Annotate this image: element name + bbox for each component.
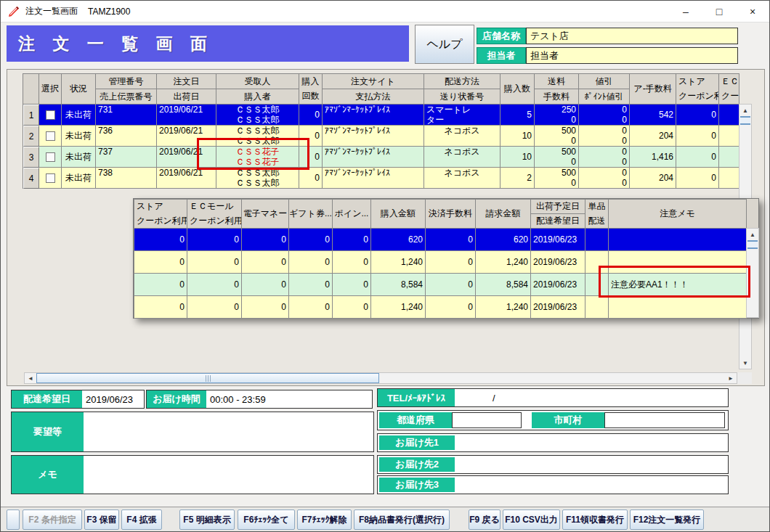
col-header-line: クーポン利用 bbox=[187, 214, 241, 229]
table-row[interactable]: 3未出荷7372019/06/21ＣＳＳ花子ＣＳＳ花子0ｱﾏｿﾞﾝﾏｰｹｯﾄﾌﾟ… bbox=[23, 147, 739, 168]
scroll-down-icon[interactable]: ▼ bbox=[739, 357, 751, 369]
fn-button-f4[interactable]: F4 拡張 bbox=[121, 510, 162, 530]
tel-mail-value[interactable]: / bbox=[455, 389, 728, 406]
row-checkbox[interactable] bbox=[46, 110, 55, 120]
cell-line: 1,416 bbox=[630, 152, 676, 162]
fn-button-f9[interactable]: F9 戻る bbox=[469, 510, 500, 530]
cell-line: 0 bbox=[187, 257, 241, 267]
annotation-recipient-highlight bbox=[197, 138, 309, 170]
delivery-time-value[interactable]: 00:00 - 23:59 bbox=[206, 390, 372, 408]
col-header-label: ア-手数料 bbox=[633, 83, 671, 95]
cell-ship_date: 2019/06/23 bbox=[531, 274, 585, 296]
cell-line: 0 bbox=[134, 234, 187, 245]
cell-line: 204 bbox=[630, 131, 676, 141]
cell-status: 未出荷 bbox=[62, 168, 96, 189]
address1-value[interactable] bbox=[455, 435, 726, 450]
horizontal-scroll-thumb[interactable] bbox=[36, 373, 379, 383]
cell-line: ター bbox=[424, 115, 500, 125]
row-checkbox[interactable] bbox=[46, 173, 55, 183]
table-row[interactable]: 4未出荷7382019/06/21ＣＳＳ太郎ＣＳＳ太郎0ｱﾏｿﾞﾝﾏｰｹｯﾄﾌﾟ… bbox=[23, 168, 739, 189]
row-checkbox[interactable] bbox=[46, 152, 55, 162]
cell-line: 0 bbox=[134, 302, 187, 312]
cell-settlement_fee: 0 bbox=[426, 251, 476, 274]
cell-point: 0 bbox=[333, 296, 371, 319]
fn-button-f12注文一覧発行[interactable]: F12注文一覧発行 bbox=[630, 510, 704, 530]
address2-value[interactable] bbox=[455, 457, 726, 472]
fn-button-f2[interactable]: F2 条件指定 bbox=[23, 510, 82, 530]
scroll-up-icon[interactable]: ▲ bbox=[739, 105, 751, 116]
delivery-time-label: お届け時間 bbox=[147, 390, 206, 408]
cell-ec_coupon: 0 bbox=[187, 229, 242, 251]
memo-value[interactable] bbox=[84, 456, 373, 494]
staff-value[interactable]: 担当者 bbox=[526, 47, 738, 64]
fn-button-f11領収書発行[interactable]: F11領収書発行 bbox=[562, 510, 628, 530]
cell-line: 0 bbox=[333, 302, 370, 312]
order-grid-horizontal-scrollbar[interactable]: ◄ ► bbox=[24, 372, 737, 384]
fn-button-f3[interactable]: F3 保留 bbox=[84, 510, 119, 530]
vertical-scroll-thumb[interactable] bbox=[747, 240, 758, 249]
city-value[interactable] bbox=[604, 412, 725, 428]
address3-value[interactable] bbox=[455, 478, 726, 492]
fn-button-f8納品書発行(選択行)[interactable]: F8納品書発行(選択行) bbox=[354, 510, 450, 530]
cell-billing_amount: 1,240 bbox=[476, 296, 531, 319]
cell-line: 0 bbox=[676, 173, 718, 183]
request-value[interactable] bbox=[84, 412, 373, 451]
cell-line: 0 bbox=[426, 302, 475, 312]
vertical-scroll-thumb[interactable] bbox=[740, 116, 750, 125]
cell-order_date: 2019/06/21 bbox=[157, 168, 216, 189]
store-name-value[interactable]: テスト店 bbox=[526, 28, 738, 44]
col-header-ec: ＥＣクー bbox=[719, 74, 739, 105]
scrollbar-corner bbox=[737, 372, 752, 384]
fn-button-f6ﾁｪｯｸ全て[interactable]: F6ﾁｪｯｸ全て bbox=[238, 510, 295, 530]
cell-line: 0 bbox=[535, 157, 578, 167]
cell-line bbox=[719, 110, 739, 120]
cell-line: 737 bbox=[96, 147, 156, 157]
prefecture-value[interactable] bbox=[452, 412, 522, 428]
row-checkbox[interactable] bbox=[46, 131, 55, 141]
table-row[interactable]: 2未出荷7362019/06/21ＣＳＳ太郎ＣＳＳ太郎0ｱﾏｿﾞﾝﾏｰｹｯﾄﾌﾟ… bbox=[23, 126, 739, 147]
cell-fee: 204 bbox=[630, 168, 676, 189]
cell-settlement_fee: 0 bbox=[426, 296, 476, 319]
cell-purchase_amount: 8,584 bbox=[371, 274, 426, 296]
city-label: 市町村 bbox=[532, 412, 604, 428]
table-row[interactable]: 1未出荷7312019/06/21ＣＳＳ太郎ＣＳＳ太郎0ｱﾏｿﾞﾝﾏｰｹｯﾄﾌﾟ… bbox=[23, 105, 739, 126]
help-button[interactable]: ヘルプ bbox=[415, 25, 474, 64]
cell-line bbox=[323, 157, 423, 167]
cell-postage: 5000 bbox=[535, 147, 579, 168]
delivery-date-value[interactable]: 2019/06/23 bbox=[82, 390, 144, 408]
cell-ship_date: 2019/06/23 bbox=[531, 296, 585, 319]
cell-purchase_amount: 1,240 bbox=[371, 251, 426, 274]
scroll-up-icon[interactable]: ▲ bbox=[747, 229, 758, 240]
col-header-label: 選択 bbox=[41, 83, 59, 95]
col-header-line: ＥＣ bbox=[719, 74, 739, 89]
scroll-left-icon[interactable]: ◄ bbox=[25, 373, 36, 383]
memo-label: メモ bbox=[12, 456, 84, 494]
cell-line bbox=[96, 115, 156, 125]
cell-single bbox=[585, 296, 609, 319]
cell-line: 10 bbox=[500, 131, 534, 141]
cell-line: 0 bbox=[187, 279, 241, 290]
table-row[interactable]: 0000062006202019/06/23 bbox=[134, 229, 747, 251]
col-header-label: 注意メモ bbox=[660, 208, 695, 220]
cell-line: 1,240 bbox=[476, 302, 530, 312]
col-header-gift: ギフト券... bbox=[289, 200, 333, 229]
cell-line: 0 bbox=[299, 110, 322, 120]
cell-single bbox=[585, 229, 609, 251]
col-header-point: ポイン... bbox=[333, 200, 371, 229]
col-header-memo: 注意メモ bbox=[609, 200, 747, 229]
minimize-button[interactable]: – bbox=[669, 1, 702, 22]
close-button[interactable]: × bbox=[736, 1, 769, 22]
scroll-right-icon[interactable]: ► bbox=[725, 373, 737, 383]
fn-button-f10[interactable]: F10 CSV出力 bbox=[503, 510, 560, 530]
fn-button-blank[interactable] bbox=[7, 510, 20, 530]
fn-button-f5[interactable]: F5 明細表示 bbox=[179, 510, 235, 530]
horizontal-scroll-track[interactable] bbox=[379, 373, 725, 383]
fn-button-f7ﾁｪｯｸ解除[interactable]: F7ﾁｪｯｸ解除 bbox=[297, 510, 352, 530]
cell-discount: 00 bbox=[579, 105, 630, 126]
col-header-line: 管理番号 bbox=[96, 74, 156, 89]
table-row[interactable]: 000001,24001,2402019/06/23 bbox=[134, 296, 747, 319]
cell-line: 0 bbox=[134, 257, 187, 267]
cell-gift: 0 bbox=[289, 229, 333, 251]
cell-line: 0 bbox=[426, 257, 475, 267]
maximize-button[interactable]: □ bbox=[702, 1, 736, 22]
